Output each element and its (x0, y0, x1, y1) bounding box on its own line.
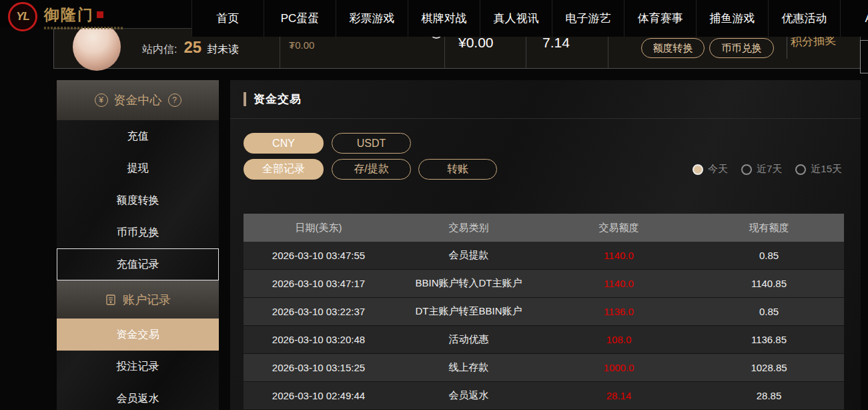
main-nav-menu: 首页 PC蛋蛋 彩票游戏 棋牌对战 真人视讯 电子游艺 体育赛事 捕鱼游戏 优惠… (191, 0, 868, 37)
table-row: 2026-03-10 03:47:17 BBIN账户转入DT主账户 1140.0… (244, 270, 844, 298)
sidebar-section-fund-center[interactable]: ¥ 资金中心 ? (57, 80, 219, 120)
title-accent-bar (244, 92, 246, 106)
coin-exchange-button[interactable]: 币币兑换 (709, 38, 774, 58)
cell-type: BBIN账户转入DT主账户 (394, 277, 544, 290)
nav-item-board-games[interactable]: 棋牌对战 (408, 0, 480, 37)
sidebar-item-quota-transfer[interactable]: 额度转换 (57, 184, 219, 216)
brand-name: 御隆门 (44, 5, 94, 25)
nav-item-app[interactable]: APP (840, 0, 868, 37)
transactions-table: 日期(美东) 交易类别 交易额度 现有额度 2026-03-10 03:47:5… (244, 214, 844, 410)
cell-date: 2026-03-10 03:20:48 (244, 334, 394, 345)
nav-item-lottery[interactable]: 彩票游戏 (336, 0, 408, 37)
cell-balance: 1136.85 (694, 334, 844, 345)
cell-type: 活动优惠 (394, 333, 544, 346)
col-header-date: 日期(美东) (244, 222, 394, 234)
record-tab-transfer[interactable]: 转账 (418, 159, 497, 180)
col-header-amount: 交易额度 (544, 222, 694, 234)
inbox-unread-count: 25 (183, 38, 201, 57)
nav-item-fishing[interactable]: 捕鱼游戏 (696, 0, 768, 37)
sidebar-item-coin-exchange[interactable]: 币币兑换 (57, 216, 219, 248)
table-row: 2026-03-10 03:47:55 会员提款 1140.0 0.85 (244, 242, 844, 270)
usdt-balance: ₮0.00 (289, 39, 314, 51)
cell-date: 2026-03-10 03:22:37 (244, 306, 394, 317)
currency-tab-cny[interactable]: CNY (244, 133, 324, 154)
cell-balance: 1028.85 (694, 362, 844, 373)
sidebar-item-deposit-records[interactable]: 充值记录 (57, 248, 219, 280)
record-tab-all[interactable]: 全部记录 (244, 159, 324, 180)
ledger-icon (105, 294, 117, 306)
coin-icon: ¥ (95, 93, 108, 107)
date-filter-15days[interactable]: 近15天 (795, 163, 842, 176)
cell-type: 会员提款 (394, 249, 544, 262)
table-row: 2026-03-10 03:15:25 线上存款 1000.0 1028.85 (244, 354, 844, 382)
nav-item-live-casino[interactable]: 真人视讯 (480, 0, 552, 37)
brand-tagline (44, 27, 123, 29)
cell-type: DT主账户转至BBIN账户 (394, 305, 544, 318)
cell-amount: 1136.0 (544, 306, 694, 317)
brand-seal-icon (97, 11, 103, 18)
date-filter-7days[interactable]: 近7天 (741, 163, 782, 176)
cell-amount: 1140.0 (544, 250, 694, 261)
sidebar-item-deposit[interactable]: 充值 (57, 120, 219, 152)
inbox-suffix: 封未读 (207, 43, 239, 57)
date-filter-today[interactable]: 今天 (693, 163, 728, 176)
currency-tab-usdt[interactable]: USDT (332, 133, 411, 154)
sidebar-item-fund-transactions[interactable]: 资金交易 (57, 319, 219, 351)
col-header-type: 交易类别 (394, 222, 544, 234)
sidebar-section-account-records[interactable]: 账户记录 (57, 280, 219, 319)
cell-type: 线上存款 (394, 361, 544, 374)
cell-amount: 28.14 (544, 390, 694, 401)
cell-balance: 1140.85 (694, 278, 844, 289)
nav-item-promotions[interactable]: 优惠活动 (768, 0, 840, 37)
radio-icon (795, 164, 806, 175)
nav-item-pcdd[interactable]: PC蛋蛋 (264, 0, 336, 37)
cny-balance: ¥0.00 (458, 35, 494, 51)
cell-date: 2026-03-10 03:47:17 (244, 278, 394, 289)
nav-item-sports[interactable]: 体育赛事 (624, 0, 696, 37)
cell-amount: 1140.0 (544, 278, 694, 289)
radio-icon (741, 164, 752, 175)
page-title: 资金交易 (254, 91, 302, 107)
table-row: 2026-03-10 03:22:37 DT主账户转至BBIN账户 1136.0… (244, 298, 844, 326)
right-edge-panel (860, 40, 868, 73)
cell-amount: 108.0 (544, 334, 694, 345)
cell-date: 2026-03-10 02:49:44 (244, 390, 394, 401)
main-panel: 资金交易 CNY USDT 全部记录 存/提款 转账 今天 近7天 近15天 日… (230, 80, 861, 410)
sidebar-section-label: 账户记录 (123, 292, 171, 308)
col-header-balance: 现有额度 (694, 222, 844, 234)
date-filter-group: 今天 近7天 近15天 (693, 163, 842, 176)
cell-type: 会员返水 (394, 389, 544, 402)
title-divider (230, 118, 861, 119)
cell-date: 2026-03-10 03:15:25 (244, 362, 394, 373)
table-row: 2026-03-10 02:49:44 会员返水 28.14 28.85 (244, 382, 844, 410)
page-title-row: 资金交易 (244, 91, 302, 107)
points-balance: 7.14 (542, 35, 570, 51)
cell-balance: 0.85 (694, 306, 844, 317)
sidebar-item-member-rebate[interactable]: 会员返水 (57, 383, 219, 410)
help-icon[interactable]: ? (168, 93, 181, 107)
cell-date: 2026-03-10 03:47:55 (244, 250, 394, 261)
quota-transfer-button[interactable]: 额度转换 (641, 38, 705, 58)
nav-item-home[interactable]: 首页 (191, 0, 264, 37)
sidebar-section-label: 资金中心 (114, 92, 162, 108)
cell-amount: 1000.0 (544, 362, 694, 373)
nav-item-slots[interactable]: 电子游艺 (552, 0, 624, 37)
divider (787, 37, 787, 59)
cell-balance: 28.85 (694, 390, 844, 401)
sidebar: ¥ 资金中心 ? 充值 提现 额度转换 币币兑换 充值记录 账户记录 资金交易 … (57, 80, 219, 410)
brand-logo[interactable]: YL 御隆门 (8, 2, 123, 31)
brand-monogram-icon: YL (8, 2, 37, 31)
table-header-row: 日期(美东) 交易类别 交易额度 现有额度 (244, 214, 844, 242)
cell-balance: 0.85 (694, 250, 844, 261)
record-tab-deposit-withdraw[interactable]: 存/提款 (332, 159, 411, 180)
sidebar-item-withdraw[interactable]: 提现 (57, 152, 219, 184)
sidebar-item-bet-records[interactable]: 投注记录 (57, 351, 219, 383)
inbox-link[interactable]: 站内信: 25 封未读 (142, 38, 239, 57)
table-row: 2026-03-10 03:20:48 活动优惠 108.0 1136.85 (244, 326, 844, 354)
radio-selected-icon (693, 164, 703, 175)
inbox-label: 站内信: (142, 43, 177, 57)
